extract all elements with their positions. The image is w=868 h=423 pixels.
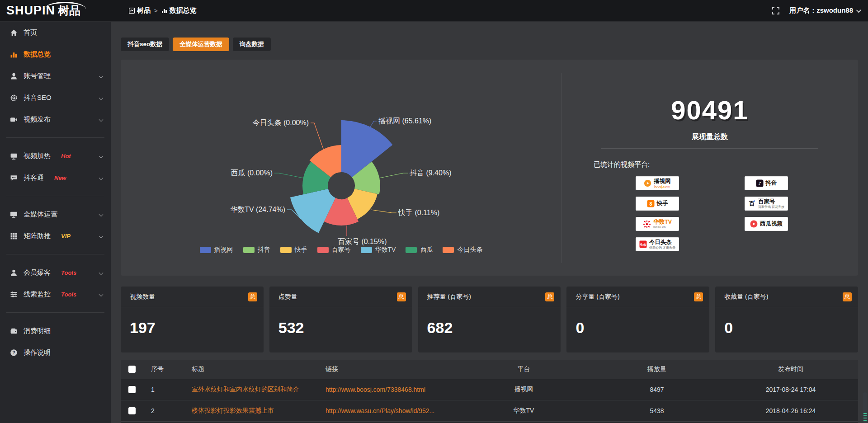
sidebar-item-11[interactable]: 消费明细: [0, 320, 111, 342]
legend-label: 抖音: [258, 246, 270, 254]
sidebar-item-0[interactable]: 首页: [0, 22, 111, 43]
svg-text:♪: ♪: [758, 181, 761, 187]
legend-item-今日头条[interactable]: 今日头条: [443, 246, 482, 254]
cell-title-link[interactable]: 室外水纹灯和室内水纹灯的区别和简介: [188, 385, 322, 394]
legend-item-西瓜[interactable]: 西瓜: [406, 246, 433, 254]
sidebar-item-label: 会员爆客: [24, 268, 51, 277]
summary-divider: [601, 148, 818, 149]
stat-card-2: 推荐量 (百家号)总682: [418, 287, 561, 352]
sidebar-item-7[interactable]: 全媒体运营: [0, 203, 111, 225]
stat-card-header: 收藏量 (百家号)总: [715, 287, 858, 307]
chevron-down-icon: [856, 7, 861, 12]
baijiahao-logo-icon: 百: [748, 200, 756, 207]
legend-label: 今日头条: [457, 246, 482, 254]
impressions-total-value: 90491: [561, 95, 858, 125]
stat-card-header: 点赞量总: [269, 287, 412, 307]
toutiao-logo-icon: 头条: [639, 240, 647, 248]
legend-swatch: [243, 247, 255, 253]
platform-badge-百家号: 百百家号百家争鸣 百花齐放: [745, 197, 788, 211]
legend-item-华数TV[interactable]: 华数TV: [361, 246, 396, 254]
stat-card-value: 0: [566, 307, 709, 337]
home-icon: [10, 29, 18, 37]
cell-time: 2018-04-26 16:24: [723, 407, 858, 414]
username-label: 用户名：zswodun88: [789, 6, 853, 15]
breadcrumb-label: 数据总览: [170, 6, 197, 15]
sidebar-item-1[interactable]: 数据总览: [0, 43, 111, 65]
cell-title-link[interactable]: 楼体投影灯投影效果震撼上市: [188, 407, 322, 415]
chevron-down-icon: [99, 270, 104, 275]
breadcrumb-item-current[interactable]: 数据总览: [161, 6, 197, 15]
tab-1[interactable]: 全媒体运营数据: [173, 38, 229, 51]
column-header: 序号: [143, 365, 188, 373]
legend-item-快手[interactable]: 快手: [280, 246, 307, 254]
sidebar-item-6[interactable]: 抖客通New: [0, 167, 111, 188]
sidebar-item-label: 矩阵助推: [24, 232, 51, 240]
sidebar-item-label: 抖音SEO: [24, 94, 52, 102]
sidebar-item-2[interactable]: 账号管理: [0, 65, 111, 87]
chat-icon: [10, 174, 18, 182]
legend-item-抖音[interactable]: 抖音: [243, 246, 270, 254]
platform-name: 播视网: [654, 179, 671, 184]
sidebar-item-badge: Tools: [61, 269, 76, 276]
overview-panel: 播视网 (65.61%)抖音 (9.40%)快手 (0.11%)百家号 (0.1…: [121, 60, 858, 276]
table-row: 2楼体投影灯投影效果震撼上市http://www.wasu.cn/Play/sh…: [121, 400, 858, 421]
sidebar-item-label: 视频加热: [24, 152, 51, 160]
total-badge: 总: [248, 292, 257, 301]
chevron-down-icon: [99, 292, 104, 296]
sidebar-item-12[interactable]: ?操作说明: [0, 342, 111, 363]
breadcrumb-label: 树品: [137, 6, 151, 15]
pie-slice-label: 百家号 (0.15%): [338, 238, 387, 245]
stat-card-3: 分享量 (百家号)总0: [566, 287, 709, 352]
tab-0[interactable]: 抖音seo数据: [121, 38, 169, 51]
pie-slice-label: 华数TV (24.74%): [230, 206, 285, 213]
sidebar-item-8[interactable]: 矩阵助推VIP: [0, 225, 111, 247]
user-menu[interactable]: 用户名：zswodun88: [789, 6, 860, 15]
fullscreen-icon[interactable]: [772, 7, 779, 14]
topbar-right: 用户名：zswodun88: [772, 6, 868, 15]
app-logo: SHUPIN 树品: [0, 0, 111, 22]
platform-name: 百家号: [758, 199, 775, 205]
gear-icon: [10, 94, 18, 102]
table-row-partial: [121, 421, 858, 423]
table-row: 1室外水纹灯和室内水纹灯的区别和简介http://www.boosj.com/7…: [121, 379, 858, 400]
sidebar-item-9[interactable]: 会员爆客Tools: [0, 262, 111, 283]
sidebar-divider: [6, 196, 104, 196]
sidebar-item-10[interactable]: 线索监控Tools: [0, 283, 111, 305]
chevron-down-icon: [99, 154, 104, 158]
grid-icon: [10, 232, 18, 240]
sidebar-item-label: 操作说明: [24, 348, 51, 357]
legend-swatch: [443, 247, 454, 253]
chevron-down-icon: [99, 74, 104, 78]
tab-2[interactable]: 询盘数据: [233, 38, 271, 51]
legend-item-播视网[interactable]: 播视网: [200, 246, 233, 254]
stat-card-value: 682: [418, 307, 561, 337]
legend-swatch: [361, 247, 372, 253]
column-header: 发布时间: [723, 365, 858, 373]
legend-swatch: [200, 247, 211, 253]
column-header: 播放量: [590, 365, 723, 373]
cell-url-link[interactable]: http://www.boosj.com/7338468.html: [322, 386, 457, 393]
cell-time: 2017-08-24 17:04: [723, 386, 858, 393]
sidebar-item-5[interactable]: 视频加热Hot: [0, 145, 111, 167]
row-checkbox[interactable]: [128, 386, 136, 393]
platform-badge-快手: 8快手: [636, 197, 679, 211]
legend-item-百家号[interactable]: 百家号: [317, 246, 351, 254]
pie-slice-label: 西瓜 (0.00%): [231, 169, 273, 177]
row-checkbox[interactable]: [128, 407, 136, 414]
platform-subtext: boosj.com: [654, 185, 670, 188]
stat-card-label: 分享量 (百家号): [576, 293, 619, 301]
cell-url-link[interactable]: http://www.wasu.cn/Play/show/id/952...: [322, 407, 457, 414]
breadcrumb-item-home[interactable]: 树品: [129, 6, 151, 15]
sidebar-item-3[interactable]: 抖音SEO: [0, 87, 111, 108]
pie-slice-华数TV[interactable]: [290, 189, 335, 233]
sidebar-item-badge: Hot: [61, 153, 71, 160]
chart-legend: 播视网抖音快手百家号华数TV西瓜今日头条: [121, 246, 561, 254]
stat-card-header: 视频数量总: [121, 287, 264, 307]
stat-card-label: 视频数量: [130, 293, 155, 301]
cell-num: 1: [143, 386, 188, 393]
sidebar-item-4[interactable]: 视频发布: [0, 108, 111, 130]
pie-label-leader: [311, 123, 324, 150]
select-all-checkbox[interactable]: [128, 366, 136, 373]
pie-slice-label: 播视网 (65.61%): [378, 117, 431, 125]
sidebar-divider: [6, 312, 104, 313]
